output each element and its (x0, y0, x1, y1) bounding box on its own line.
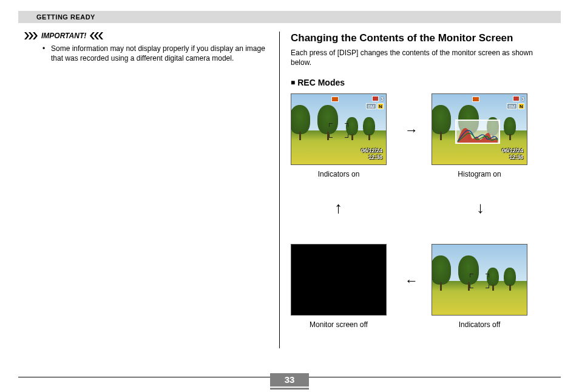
two-column-layout: IMPORTANT! • Some information may not di… (18, 32, 561, 348)
screen-preview-off (291, 244, 387, 316)
page-number-underline (270, 388, 309, 390)
page-number-badge: 33 (270, 373, 309, 387)
rec-mode-icon (331, 96, 339, 102)
manual-page: GETTING READY IMPORTANT! (0, 0, 579, 392)
image-size-indicator: 6M (507, 103, 517, 109)
rec-modes-label: REC Modes (297, 78, 345, 87)
bullet-dot-icon: • (42, 44, 46, 63)
rec-mode-icon (472, 96, 479, 102)
battery-icon (513, 96, 520, 101)
thumb-caption: Indicators off (432, 320, 527, 329)
topic-heading: Changing the Contents of the Monitor Scr… (291, 32, 552, 44)
section-header-bar: GETTING READY (18, 11, 561, 23)
thumb-caption: Monitor screen off (291, 320, 387, 329)
important-heading: IMPORTANT! (24, 32, 268, 40)
arrow-right-icon: → (405, 124, 418, 137)
section-header-text: GETTING READY (36, 13, 95, 21)
important-note-text: Some information may not display properl… (51, 44, 268, 63)
important-close-icon (90, 32, 103, 39)
filled-square-icon: ■ (291, 78, 295, 87)
thumb-indicators-off: Indicators off (432, 244, 527, 329)
thumb-monitor-off: Monitor screen off (291, 244, 387, 329)
page-footer: 33 (18, 377, 561, 377)
thumb-caption: Indicators on (291, 170, 387, 178)
important-open-icon (24, 32, 38, 39)
thumb-caption: Histogram on (432, 170, 527, 178)
screen-preview: 3 6M N (432, 93, 527, 165)
thumb-indicators-on: 3 6M N 06/12/24 12:38 (291, 93, 387, 178)
arrow-down-icon: ↓ (476, 200, 484, 215)
important-label: IMPORTANT! (41, 32, 86, 40)
image-size-indicator: 6M (366, 103, 376, 109)
screen-preview (432, 244, 527, 316)
arrow-left-icon: ← (405, 274, 418, 288)
timestamp-overlay: 06/12/24 12:38 (361, 147, 382, 161)
screen-preview: 3 6M N 06/12/24 12:38 (291, 93, 387, 165)
quality-indicator: N (518, 103, 524, 109)
left-column: IMPORTANT! • Some information may not di… (18, 32, 279, 348)
important-note: • Some information may not display prope… (42, 44, 268, 63)
rec-modes-heading: ■REC Modes (291, 78, 552, 87)
quality-indicator: N (378, 103, 384, 109)
date-stamp: 06/12/24 (361, 147, 382, 154)
shots-remaining: 3 (381, 96, 384, 102)
battery-icon (372, 96, 379, 101)
right-column: Changing the Contents of the Monitor Scr… (279, 32, 552, 348)
topic-body: Each press of [DISP] changes the content… (291, 48, 552, 67)
timestamp-overlay: 06/12/24 12:38 (502, 147, 523, 161)
date-stamp: 06/12/24 (502, 147, 523, 154)
time-stamp: 12:38 (502, 154, 523, 161)
display-cycle-diagram: 3 6M N 06/12/24 12:38 (291, 93, 552, 348)
time-stamp: 12:38 (361, 154, 382, 161)
arrow-up-icon: ↑ (334, 200, 342, 215)
histogram-panel (455, 120, 500, 144)
thumb-histogram-on: 3 6M N (432, 93, 527, 178)
shots-remaining: 3 (521, 96, 524, 102)
